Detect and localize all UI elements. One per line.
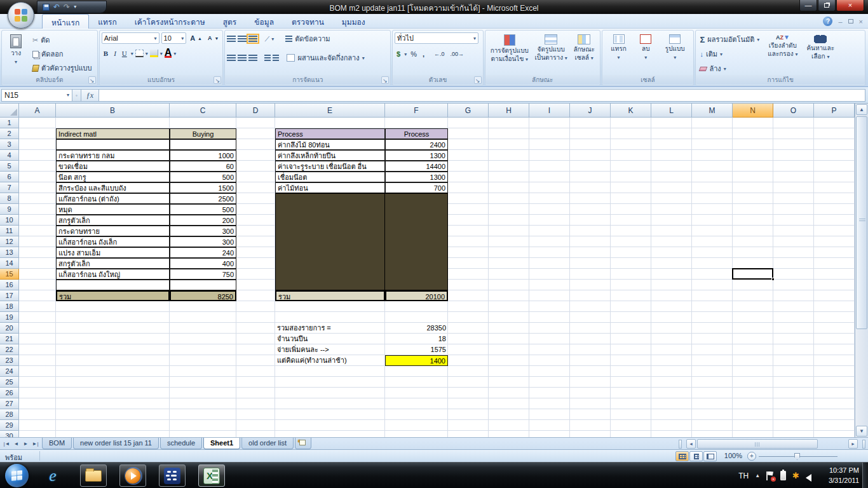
accounting-format-button[interactable]: $: [395, 50, 402, 58]
row-header-4[interactable]: 4: [0, 150, 19, 161]
cell-B12[interactable]: แก็สอาร์กอน ถังเล็ก: [56, 236, 170, 247]
column-header-F[interactable]: F: [385, 104, 448, 118]
ribbon-tab[interactable]: มุมมอง: [333, 14, 374, 29]
cell-C14[interactable]: 400: [170, 258, 236, 269]
cell-B4[interactable]: กระดาษทราย กลม: [56, 150, 170, 161]
column-header-H[interactable]: H: [489, 104, 529, 118]
grow-font-button[interactable]: A▲: [188, 34, 204, 43]
cell-styles-button[interactable]: ลักษณะเซลล์ ▾: [571, 32, 597, 73]
cell-E17[interactable]: รวม: [275, 290, 385, 301]
cell-C7[interactable]: 1500: [170, 182, 236, 193]
row-header-2[interactable]: 2: [0, 128, 19, 139]
find-select-button[interactable]: ค้นหาและเลือก ▾: [804, 32, 837, 73]
cell-B5[interactable]: ขวดเชื่อม: [56, 161, 170, 172]
vertical-scrollbar[interactable]: ▲ ▼: [855, 104, 868, 437]
horizontal-scrollbar[interactable]: ◄ ►: [685, 439, 865, 449]
cell-E23[interactable]: แต่คิดแค่(ทำงานล่าช้า): [275, 355, 385, 366]
undo-icon[interactable]: ↶: [53, 3, 60, 11]
cell-B2[interactable]: Indirect matl: [56, 128, 170, 139]
start-button[interactable]: [5, 464, 29, 487]
last-sheet-icon[interactable]: ►|: [31, 441, 39, 447]
row-header-5[interactable]: 5: [0, 161, 19, 172]
cell-C2[interactable]: Buying: [170, 128, 236, 139]
font-color-icon[interactable]: A: [165, 49, 172, 58]
row-header-18[interactable]: 18: [0, 301, 19, 312]
cell-B15[interactable]: แก็สอาร์กอน ถังใหญ่: [56, 269, 170, 280]
row-header-23[interactable]: 23: [0, 355, 19, 366]
column-header-M[interactable]: M: [692, 104, 733, 118]
paste-button[interactable]: วาง ▾: [4, 32, 28, 73]
row-header-12[interactable]: 12: [0, 236, 19, 247]
cell-C16[interactable]: [170, 280, 236, 290]
cell-E2[interactable]: Process: [275, 128, 385, 139]
cell-B8[interactable]: แก๊สอาร์กอน (ต่าถัง): [56, 193, 170, 204]
cell-E22[interactable]: จ่ายเพิ่มคนละ -->: [275, 344, 385, 355]
normal-view-icon[interactable]: [675, 451, 689, 461]
qat-customize-icon[interactable]: ▾: [74, 4, 76, 10]
column-header-I[interactable]: I: [529, 104, 570, 118]
cell-B14[interactable]: สกรูตัวเล็ก: [56, 258, 170, 269]
minimize-button[interactable]: —: [799, 0, 817, 11]
cell-F2[interactable]: Process: [385, 128, 448, 139]
cell-C9[interactable]: 500: [170, 204, 236, 215]
cell-C11[interactable]: 300: [170, 226, 236, 236]
close-button[interactable]: ×: [836, 0, 864, 11]
align-left-icon[interactable]: [227, 55, 236, 61]
language-indicator[interactable]: TH: [738, 471, 749, 480]
selected-cell-N15[interactable]: [732, 268, 773, 280]
align-center-icon[interactable]: [238, 55, 247, 61]
prev-sheet-icon[interactable]: ◄: [12, 441, 20, 447]
sort-filter-button[interactable]: AZ▼ เรียงลำดับและกรอง ▾: [765, 32, 800, 73]
decrease-indent-icon[interactable]: [264, 55, 271, 61]
row-header-15[interactable]: 15: [0, 269, 19, 280]
redo-icon[interactable]: ↷: [64, 3, 70, 11]
fill-handle[interactable]: [771, 278, 775, 281]
clipboard-dialog-launcher-icon[interactable]: ↘: [88, 76, 96, 84]
help-icon[interactable]: ?: [823, 17, 832, 26]
taskbar-clock[interactable]: 10:37 PM 3/31/2011: [829, 465, 859, 485]
increase-decimal-button[interactable]: ←.0: [432, 50, 447, 58]
first-sheet-icon[interactable]: |◄: [3, 441, 11, 447]
ribbon-tab[interactable]: ข้อมูล: [245, 14, 283, 29]
row-header-20[interactable]: 20: [0, 323, 19, 334]
column-header-L[interactable]: L: [651, 104, 692, 118]
battery-icon[interactable]: [780, 471, 786, 480]
cell-F6[interactable]: 1300: [385, 172, 448, 182]
show-desktop-button[interactable]: [862, 463, 868, 488]
cell-E5[interactable]: ค่าเจาะรูระบาย เชื่อมน๊อต อื่น: [275, 161, 385, 172]
alignment-dialog-launcher-icon[interactable]: ↘: [381, 76, 389, 84]
number-format-combo[interactable]: ทั่วไป▾: [395, 32, 478, 44]
ribbon-tab[interactable]: ตรวจทาน: [283, 14, 333, 29]
merge-center-button[interactable]: ผสานและจัดกึ่งกลาง▾: [285, 51, 366, 64]
formula-input[interactable]: [99, 89, 865, 102]
borders-icon[interactable]: [135, 50, 144, 57]
zoom-level[interactable]: 100%: [724, 452, 742, 459]
format-cells-button[interactable]: รูปแบบ▾: [663, 32, 688, 73]
row-header-17[interactable]: 17: [0, 290, 19, 301]
ribbon-tab[interactable]: หน้าแรก: [42, 14, 89, 29]
align-bottom-icon[interactable]: [248, 36, 257, 42]
shrink-font-button[interactable]: A▼: [206, 34, 220, 42]
cell-B7[interactable]: สีกระป๋อง และสีแบบถัง: [56, 182, 170, 193]
cell-B17[interactable]: รวม: [56, 290, 170, 301]
align-top-icon[interactable]: [227, 36, 236, 42]
cell-C10[interactable]: 200: [170, 215, 236, 226]
cell-C6[interactable]: 500: [170, 172, 236, 182]
cell-C15[interactable]: 750: [170, 269, 236, 280]
copy-button[interactable]: คัดลอก: [31, 48, 94, 60]
save-icon[interactable]: [43, 4, 50, 11]
align-right-icon[interactable]: [248, 55, 257, 61]
cell-F21[interactable]: 18: [385, 334, 448, 344]
font-size-combo[interactable]: 10▾: [161, 32, 187, 44]
action-center-flag-icon[interactable]: ×: [766, 471, 774, 480]
increase-indent-icon[interactable]: [273, 55, 279, 61]
wrap-text-button[interactable]: ตัดข้อความ: [283, 32, 332, 45]
clear-button[interactable]: ล้าง▾: [698, 62, 761, 75]
row-header-25[interactable]: 25: [0, 377, 19, 388]
taskbar-excel[interactable]: X: [198, 464, 225, 487]
column-header-J[interactable]: J: [570, 104, 611, 118]
row-header-27[interactable]: 27: [0, 398, 19, 409]
delete-cells-button[interactable]: ลบ▾: [637, 32, 654, 73]
row-header-24[interactable]: 24: [0, 366, 19, 377]
cell-C5[interactable]: 60: [170, 161, 236, 172]
